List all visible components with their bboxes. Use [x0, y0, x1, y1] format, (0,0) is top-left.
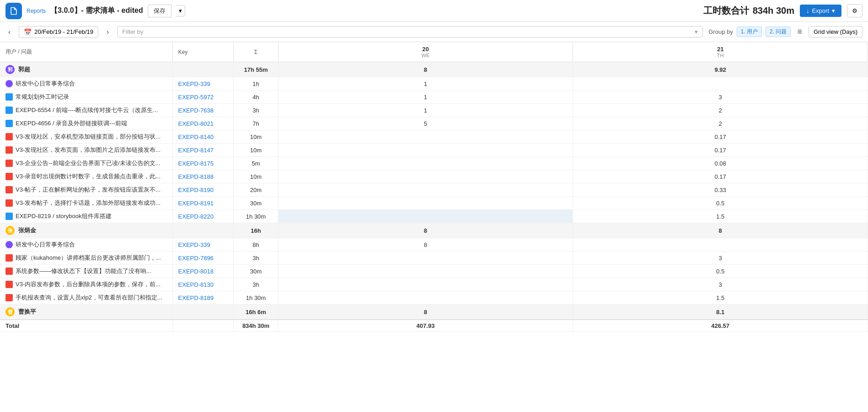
issue-key-link[interactable]: EXEPD-8191	[178, 200, 214, 207]
issue-key-link[interactable]: EXEPD-7896	[178, 255, 214, 262]
issue-key-cell[interactable]: EXEPD-5972	[172, 91, 234, 104]
prev-button[interactable]: ‹	[5, 27, 13, 37]
issue-key-link[interactable]: EXEPD-8140	[178, 134, 214, 140]
issue-key-cell[interactable]: EXEPD-8188	[172, 170, 234, 183]
issue-name-cell: EXEPD-6554 / 前端----断点续传对接七牛云（改原生...	[0, 104, 172, 117]
issue-name: 手机报表查询，设置人员xlp2，可查看所在部门和指定...	[16, 294, 162, 302]
issue-key-cell[interactable]: EXEPD-7896	[172, 251, 234, 265]
group-by-label: Group by	[708, 28, 733, 35]
toolbar-right: Group by 1. 用户 2. 问题 ≡ Grid view (Days)	[708, 26, 863, 37]
issue-name-cell: EXEPD-8219 / storybook组件库搭建	[0, 210, 172, 223]
settings-button[interactable]: ⚙	[847, 4, 863, 17]
group-day20-cell: 8	[278, 62, 573, 77]
issue-key-link[interactable]: EXEPD-8147	[178, 147, 214, 154]
issue-key-link[interactable]: EXEPD-8188	[178, 173, 214, 180]
issue-name: 顾家（kukahome）讲师档案后台更改讲师所属部门，...	[16, 254, 161, 262]
issue-key-link[interactable]: EXEPD-8130	[178, 281, 214, 288]
issue-key-link[interactable]: EXEPD-5972	[178, 94, 214, 101]
toolbar: ‹ 📅 20/Feb/19 - 21/Feb/19 › Filter by ▾ …	[0, 22, 868, 42]
issue-day21-cell: 2	[573, 104, 868, 117]
group-key-cell	[172, 62, 234, 77]
issue-key-cell[interactable]: EXEPD-8130	[172, 278, 234, 291]
columns-button[interactable]: ≡	[794, 26, 805, 37]
issue-name-cell: V3-帖子，正在解析网址的帖子，发布按钮应该置灰不...	[0, 183, 172, 197]
save-dropdown-button[interactable]: ▾	[176, 5, 185, 16]
issue-key-link[interactable]: EXEPD-7638	[178, 107, 214, 114]
export-label: Export	[812, 7, 829, 14]
issue-key-cell[interactable]: EXEPD-8191	[172, 197, 234, 210]
issue-day20-cell	[278, 265, 573, 278]
issue-day21-cell	[573, 77, 868, 91]
issue-key-cell[interactable]: EXEPD-8140	[172, 130, 234, 144]
issue-key-cell[interactable]: EXEPD-8220	[172, 210, 234, 223]
issue-day20-cell	[278, 130, 573, 144]
total-row: Total 834h 30m 407.93 426.57	[0, 320, 868, 332]
issue-key-cell[interactable]: EXEPD-8147	[172, 144, 234, 157]
total-key-cell	[172, 320, 234, 332]
issue-key-cell[interactable]: EXEPD-8190	[172, 183, 234, 197]
issue-day20-cell	[278, 210, 573, 223]
issue-day21-cell: 0.17	[573, 144, 868, 157]
issue-name: EXEPD-8219 / storybook组件库搭建	[16, 212, 112, 220]
issue-key-link[interactable]: EXEPD-8175	[178, 160, 214, 167]
issue-sum-cell: 3h	[234, 251, 278, 265]
group-tag-user[interactable]: 1. 用户	[737, 27, 762, 37]
issue-name: 系统参数——修改状态下【设置】功能点了没有响...	[16, 267, 151, 275]
issue-key-cell[interactable]: EXEPD-8189	[172, 291, 234, 305]
issue-key-link[interactable]: EXEPD-339	[178, 80, 210, 87]
group-day20-cell: 8	[278, 305, 573, 320]
date-range-button[interactable]: 📅 20/Feb/19 - 21/Feb/19	[19, 26, 98, 38]
table-row: V3-发现社区，安卓机型添加链接页面，部分按钮与状... EXEPD-8140 …	[0, 130, 868, 144]
issue-name-cell: 常规划划外工时记录	[0, 91, 172, 104]
issue-key-cell[interactable]: EXEPD-7638	[172, 104, 234, 117]
filter-button[interactable]: Filter by ▾	[117, 26, 703, 37]
next-button[interactable]: ›	[104, 27, 112, 37]
issue-key-link[interactable]: EXEPD-8220	[178, 213, 214, 220]
main-table: 用户 / 问题 Key Σ 20 WE 21 TH 郭 郭超 17h 55	[0, 42, 868, 332]
issue-day20-cell: 1	[278, 91, 573, 104]
issue-icon	[5, 120, 13, 127]
issue-key-cell[interactable]: EXEPD-339	[172, 77, 234, 91]
issue-day21-cell: 3	[573, 278, 868, 291]
save-button[interactable]: 保存	[148, 5, 171, 17]
issue-sum-cell: 1h 30m	[234, 210, 278, 223]
table-row: EXEPD-8219 / storybook组件库搭建 EXEPD-8220 1…	[0, 210, 868, 223]
group-day21-cell: 8.1	[573, 305, 868, 320]
issue-icon	[5, 241, 13, 248]
breadcrumb-reports[interactable]: Reports	[27, 8, 46, 14]
issue-key-link[interactable]: EXEPD-8018	[178, 268, 214, 275]
group-label: 曹换平	[18, 308, 36, 316]
issue-name-cell: V3-录音时出现倒数计时数字，生成音频点击重录，此...	[0, 170, 172, 183]
table-row: V3-帖子，正在解析网址的帖子，发布按钮应该置灰不... EXEPD-8190 …	[0, 183, 868, 197]
issue-key-link[interactable]: EXEPD-339	[178, 241, 210, 248]
avatar: 曹	[5, 307, 15, 316]
gear-icon: ⚙	[852, 7, 857, 14]
group-tag-issue[interactable]: 2. 问题	[766, 27, 791, 37]
issue-name: V3-发现社区，安卓机型添加链接页面，部分按钮与状...	[16, 133, 161, 141]
export-icon: ↓	[806, 7, 809, 14]
date-range-label: 20/Feb/19 - 21/Feb/19	[34, 28, 93, 35]
issue-key-link[interactable]: EXEPD-8190	[178, 187, 214, 193]
issue-day20-cell	[278, 157, 573, 170]
filter-icon: ▾	[695, 28, 698, 35]
issue-day21-cell: 2	[573, 117, 868, 130]
view-button[interactable]: Grid view (Days)	[809, 26, 863, 37]
issue-key-cell[interactable]: EXEPD-339	[172, 238, 234, 251]
issue-day21-cell: 0.5	[573, 197, 868, 210]
issue-name-cell: 顾家（kukahome）讲师档案后台更改讲师所属部门，...	[0, 251, 172, 265]
issue-key-cell[interactable]: EXEPD-8018	[172, 265, 234, 278]
issue-key-cell[interactable]: EXEPD-8175	[172, 157, 234, 170]
table-row: 研发中心日常事务综合 EXEPD-339 1h 1	[0, 77, 868, 91]
issue-sum-cell: 30m	[234, 197, 278, 210]
breadcrumb: Reports	[27, 8, 46, 14]
issue-sum-cell: 30m	[234, 265, 278, 278]
issue-day20-cell	[278, 144, 573, 157]
issue-name-cell: 手机报表查询，设置人员xlp2，可查看所在部门和指定...	[0, 291, 172, 305]
issue-key-link[interactable]: EXEPD-8021	[178, 120, 214, 127]
issue-key-cell[interactable]: EXEPD-8021	[172, 117, 234, 130]
export-button[interactable]: ↓ Export ▾	[800, 5, 841, 17]
issue-icon	[5, 80, 13, 87]
group-label: 郭超	[18, 65, 30, 74]
issue-key-link[interactable]: EXEPD-8189	[178, 294, 214, 301]
issue-name: EXEPD-4656 / 录音及外部链接联调---前端	[16, 119, 127, 128]
